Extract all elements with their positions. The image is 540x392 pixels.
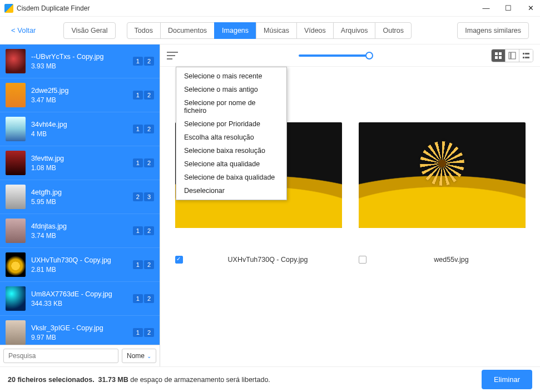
sort-label: Nome — [127, 352, 145, 360]
thumbnail — [6, 252, 26, 277]
maximize-button[interactable]: ☐ — [503, 4, 513, 12]
count-badge: 2 — [144, 328, 154, 337]
svg-rect-3 — [499, 56, 502, 59]
duplicate-group-list[interactable]: --UBvrYcTxs - Copy.jpg3.93 MB122dwe2f5.j… — [0, 44, 160, 345]
slider-thumb[interactable] — [365, 52, 373, 59]
back-button[interactable]: < Voltar — [11, 26, 36, 34]
preview-image-right[interactable] — [359, 122, 526, 228]
item-size: 1.08 MB — [31, 164, 64, 172]
app-icon — [4, 4, 13, 13]
list-item[interactable]: 3fevttw.jpg1.08 MB12 — [0, 146, 160, 180]
item-badges: 12 — [133, 57, 154, 66]
preview-right: wed55v.jpg — [359, 122, 526, 264]
menu-item[interactable]: Escolha alta resolução — [176, 131, 286, 144]
svg-rect-6 — [523, 53, 524, 54]
svg-rect-9 — [525, 57, 529, 58]
tab-todos[interactable]: Todos — [127, 22, 161, 39]
tab-músicas[interactable]: Músicas — [256, 22, 297, 39]
list-item[interactable]: --UBvrYcTxs - Copy.jpg3.93 MB12 — [0, 44, 160, 78]
svg-rect-7 — [525, 53, 529, 54]
sidebar-footer: Nome ⌄ — [0, 345, 160, 366]
item-filename: 34vht4e.jpg — [31, 121, 67, 128]
item-badges: 23 — [133, 192, 154, 201]
item-filename: Um8AX7763dE - Copy.jpg — [31, 290, 112, 298]
list-item[interactable]: Vkslr_3pIGE - Copy.jpg9.97 MB12 — [0, 316, 160, 345]
freed-size-suffix: de espaço de armazenamento será libertad… — [130, 376, 270, 384]
overview-button[interactable]: Visão Geral — [63, 22, 115, 39]
tab-documentos[interactable]: Documentos — [160, 22, 215, 39]
item-size: 3.74 MB — [31, 232, 67, 240]
item-filename: 2dwe2f5.jpg — [31, 87, 68, 95]
minimize-button[interactable]: — — [481, 4, 491, 12]
menu-item[interactable]: Selecione de baixa qualidade — [176, 171, 286, 184]
tab-vídeos[interactable]: Vídeos — [296, 22, 334, 39]
column-view-button[interactable] — [506, 49, 519, 62]
count-badge: 1 — [133, 294, 143, 303]
thumbnail — [6, 286, 26, 311]
count-badge: 2 — [144, 260, 154, 269]
count-badge: 2 — [144, 57, 154, 66]
freed-size: 31.73 MB — [98, 376, 128, 384]
list-item[interactable]: 4etgfh.jpg5.95 MB23 — [0, 180, 160, 214]
close-button[interactable]: ✕ — [526, 4, 536, 12]
item-badges: 12 — [133, 328, 154, 337]
delete-button[interactable]: Eliminar — [482, 370, 532, 389]
count-badge: 2 — [144, 158, 154, 167]
count-badge: 1 — [133, 260, 143, 269]
list-item[interactable]: Um8AX7763dE - Copy.jpg344.33 KB12 — [0, 282, 160, 316]
menu-item[interactable]: Selecione baixa resolução — [176, 144, 286, 157]
svg-rect-2 — [495, 56, 498, 59]
item-badges: 12 — [133, 91, 154, 100]
list-item[interactable]: UXHvTuh730Q - Copy.jpg2.81 MB12 — [0, 248, 160, 282]
grid-view-button[interactable] — [492, 49, 505, 62]
item-filename: --UBvrYcTxs - Copy.jpg — [31, 53, 103, 61]
item-filename: UXHvTuh730Q - Copy.jpg — [31, 256, 111, 264]
item-filename: 4etgfh.jpg — [31, 188, 62, 196]
item-badges: 12 — [133, 226, 154, 235]
search-input[interactable] — [3, 349, 118, 363]
item-size: 344.33 KB — [31, 300, 112, 307]
list-item[interactable]: 34vht4e.jpg4 MB12 — [0, 112, 160, 146]
count-badge: 1 — [133, 328, 143, 337]
count-badge: 2 — [144, 125, 154, 133]
item-size: 3.47 MB — [31, 96, 68, 104]
main-area: --UBvrYcTxs - Copy.jpg3.93 MB122dwe2f5.j… — [0, 44, 540, 366]
sidebar: --UBvrYcTxs - Copy.jpg3.93 MB122dwe2f5.j… — [0, 44, 160, 366]
menu-item[interactable]: Selecione o mais recente — [176, 70, 286, 83]
svg-rect-1 — [499, 52, 502, 55]
count-badge: 3 — [144, 192, 154, 201]
view-mode-group — [491, 49, 533, 62]
selection-menu-button[interactable] — [167, 52, 178, 59]
item-filename: 4fdnjtas.jpg — [31, 222, 67, 230]
menu-item[interactable]: Selecione o mais antigo — [176, 83, 286, 96]
svg-rect-4 — [509, 52, 511, 59]
tab-outros[interactable]: Outros — [375, 22, 412, 39]
thumbnail — [6, 117, 26, 141]
list-item[interactable]: 4fdnjtas.jpg3.74 MB12 — [0, 214, 160, 248]
menu-item[interactable]: Selecione alta qualidade — [176, 157, 286, 171]
selected-count-suffix: ficheiros selecionados. — [17, 376, 94, 384]
svg-rect-8 — [523, 57, 524, 58]
slider-track — [299, 54, 371, 57]
tab-imagens[interactable]: Imagens — [214, 22, 256, 39]
list-item[interactable]: 2dwe2f5.jpg3.47 MB12 — [0, 78, 160, 112]
category-tabs: TodosDocumentosImagensMúsicasVídeosArqui… — [127, 22, 412, 39]
menu-item[interactable]: Deselecionar — [176, 184, 286, 197]
count-badge: 2 — [144, 226, 154, 235]
zoom-slider[interactable] — [299, 52, 371, 59]
selection-context-menu[interactable]: Selecione o mais recenteSelecione o mais… — [176, 67, 287, 200]
similar-images-button[interactable]: Imagens similares — [457, 22, 529, 39]
sort-dropdown[interactable]: Nome ⌄ — [122, 349, 156, 363]
menu-item[interactable]: Selecione por Prioridade — [176, 117, 286, 131]
list-view-button[interactable] — [519, 49, 533, 62]
footer: 20 ficheiros selecionados. 31.73 MB de e… — [0, 366, 540, 392]
count-badge: 2 — [133, 192, 143, 201]
item-size: 2.81 MB — [31, 266, 111, 274]
count-badge: 1 — [133, 57, 143, 66]
item-size: 9.97 MB — [31, 334, 103, 341]
preview-meta-left: UXHvTuh730Q - Copy.jpg — [175, 256, 342, 264]
checkbox-right[interactable] — [359, 256, 366, 264]
menu-item[interactable]: Selecione por nome de ficheiro — [176, 96, 286, 117]
tab-arquivos[interactable]: Arquivos — [333, 22, 376, 39]
checkbox-left[interactable] — [175, 256, 183, 264]
